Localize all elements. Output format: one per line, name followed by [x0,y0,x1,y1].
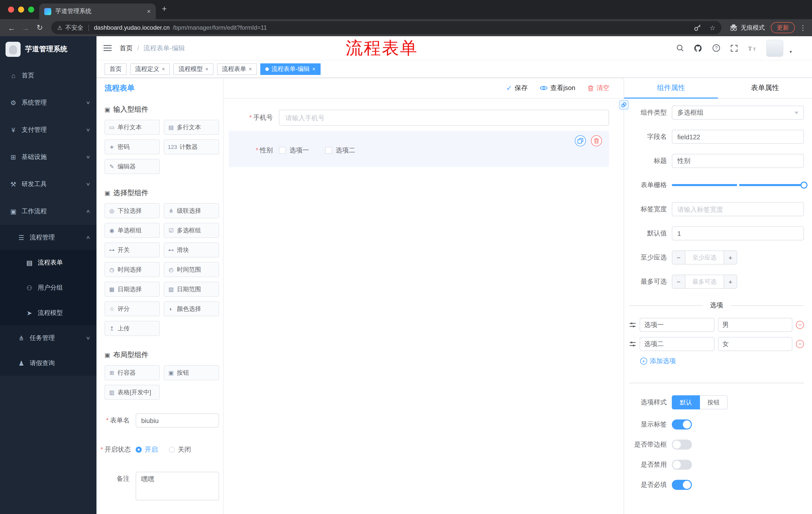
sidebar-item-payment[interactable]: ¥ 支付管理 ∨ [0,116,96,143]
chip-radio-group[interactable]: ◉单选框组 [105,223,160,238]
chip-date-range[interactable]: ▧日期范围 [164,282,219,297]
new-tab-button[interactable]: + [162,4,167,14]
sidebar-item-process-management[interactable]: ☰ 流程管理 ∧ [0,225,96,250]
tab-form-props[interactable]: 表单属性 [718,78,812,98]
security-label[interactable]: 不安全 [65,23,83,32]
increase-button[interactable]: + [724,251,736,264]
tag-process-model[interactable]: 流程模型 × [174,63,213,75]
decrease-button[interactable]: − [672,251,685,264]
chip-button[interactable]: ▣按钮 [164,365,219,380]
user-avatar[interactable] [766,39,784,57]
sidebar-item-home[interactable]: ⌂ 首页 [0,62,96,89]
chip-checkbox-group[interactable]: ☑多选框组 [164,223,219,238]
browser-update-button[interactable]: 更新 [771,22,795,33]
increase-button[interactable]: + [724,275,736,288]
components-scroll[interactable]: ▣ 输入型组件 ▭单行文本 ▤多行文本 ∗密码 123计数器 ✎编辑器 ▣ [100,99,219,514]
phone-input[interactable] [279,110,609,126]
chip-row-container[interactable]: ⊞行容器 [105,365,160,380]
default-value-input[interactable] [672,226,804,240]
field-name-input[interactable] [672,130,804,144]
chip-color-picker[interactable]: ◐颜色选择 [164,301,219,316]
tag-process-form-edit-active[interactable]: 流程表单-编辑 × [261,63,321,75]
delete-component-button[interactable] [591,135,602,146]
breadcrumb-home[interactable]: 首页 [120,44,133,53]
sidebar-item-task-management[interactable]: ⋔ 任务管理 ∨ [0,325,96,351]
close-icon[interactable]: × [205,66,208,72]
bookmark-star-icon[interactable]: ☆ [706,24,719,31]
save-button[interactable]: ✓ 保存 [506,83,528,92]
canvas-field-gender-selected[interactable]: *性别 选项一 选项二 [229,131,609,167]
max-select-value[interactable]: 最多可选 [685,275,724,288]
drag-handle-icon[interactable] [629,341,636,348]
min-select-value[interactable]: 至少应选 [685,251,724,264]
address-bar[interactable]: ⚠ 不安全 dashboard.yudao.iocoder.cn /bpm/ma… [51,21,722,34]
status-radio-on[interactable]: 开启 [136,445,158,454]
chip-select[interactable]: ◎下拉选择 [105,203,160,218]
decrease-button[interactable]: − [672,275,685,288]
slider-handle[interactable] [801,182,808,189]
status-radio-off[interactable]: 关闭 [169,445,191,454]
sidebar-item-leave-query[interactable]: ♟ 请假查询 [0,351,96,376]
option-2-value-input[interactable] [718,337,792,351]
disabled-switch[interactable] [672,460,692,470]
clear-button[interactable]: 清空 [587,83,609,92]
link-icon[interactable] [619,100,629,110]
chip-rate[interactable]: ☆评分 [105,301,160,316]
label-width-input[interactable] [672,202,804,216]
style-button-button[interactable]: 按钮 [700,395,728,409]
window-close-button[interactable] [8,6,14,12]
sidebar-collapse-icon[interactable] [104,45,112,51]
chip-switch[interactable]: ⊶开关 [105,242,160,258]
canvas[interactable]: *手机号 [224,99,624,514]
copy-component-button[interactable] [575,135,586,146]
forward-icon[interactable]: → [19,21,32,34]
tag-process-form[interactable]: 流程表单 × [217,63,257,75]
close-icon[interactable]: × [312,66,316,72]
remove-option-icon[interactable]: − [796,321,804,329]
remove-option-icon[interactable]: − [796,340,804,348]
option-2-label-input[interactable] [640,337,714,351]
sidebar-item-process-model[interactable]: ➤ 流程模型 [0,300,96,325]
border-switch[interactable] [672,439,692,450]
avatar-caret-icon[interactable]: ▾ [790,49,792,54]
chip-slider[interactable]: ⊷滑块 [164,242,219,258]
title-input[interactable] [672,154,804,168]
add-option-button[interactable]: + 添加选项 [640,356,804,366]
chip-cascader[interactable]: ⋔级联选择 [164,203,219,218]
canvas-field-phone[interactable]: *手机号 [229,110,609,126]
github-icon[interactable] [692,42,704,54]
tab-component-props[interactable]: 组件属性 [624,78,718,98]
browser-tab[interactable]: 芋道管理系统 × [39,3,156,19]
chip-single-line-text[interactable]: ▭单行文本 [105,120,160,135]
sidebar-item-user-group[interactable]: ⚇ 用户分组 [0,275,96,300]
tag-home[interactable]: 首页 [105,63,127,75]
text-size-icon[interactable]: TT [747,42,758,54]
back-icon[interactable]: ← [5,21,18,34]
fullscreen-icon[interactable] [728,42,741,54]
app-logo[interactable]: 芋道管理系统 [0,36,96,62]
properties-body[interactable]: 组件类型 多选框组 字段名 [624,99,812,514]
component-type-select[interactable]: 多选框组 [672,106,804,120]
sidebar-item-system[interactable]: ⚙ 系统管理 ∨ [0,89,96,116]
form-name-input[interactable] [136,413,219,428]
window-minimize-button[interactable] [18,6,24,12]
chip-password[interactable]: ∗密码 [105,139,160,154]
chip-date-picker[interactable]: ▦日期选择 [105,282,160,297]
gender-option-2-checkbox[interactable]: 选项二 [325,146,355,155]
gender-option-1-checkbox[interactable]: 选项一 [279,146,309,155]
chip-table[interactable]: ▥表格[开发中] [105,385,160,400]
close-icon[interactable]: × [249,66,252,72]
sidebar-item-process-form[interactable]: ▤ 流程表单 [0,250,96,275]
search-icon[interactable] [674,42,686,54]
tab-close-icon[interactable]: × [147,7,151,15]
password-key-icon[interactable] [691,24,703,31]
show-label-switch[interactable] [672,420,692,430]
option-1-value-input[interactable] [718,318,792,332]
grid-slider[interactable] [672,178,804,192]
browser-menu-icon[interactable]: ⋮ [799,24,807,32]
tag-process-definition[interactable]: 流程定义 × [130,63,170,75]
chip-counter[interactable]: 123计数器 [164,139,219,154]
chip-time-range[interactable]: ◴时间范围 [164,262,219,277]
option-1-label-input[interactable] [640,318,714,332]
reload-icon[interactable]: ↻ [33,21,46,34]
